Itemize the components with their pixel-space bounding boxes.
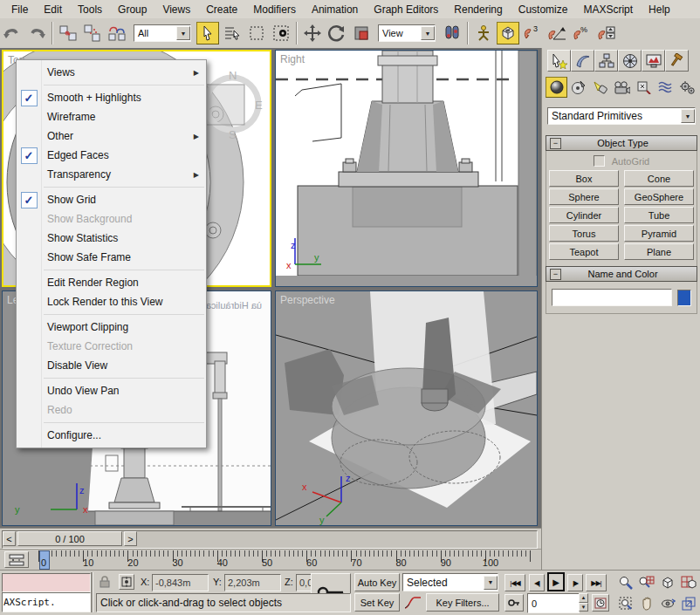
category-cameras-button[interactable] <box>611 77 633 98</box>
menu-create[interactable]: Create <box>198 2 245 17</box>
current-frame-field[interactable]: 0 <box>527 593 580 613</box>
collapse-icon[interactable]: − <box>550 269 561 280</box>
autogrid-checkbox[interactable] <box>594 155 605 167</box>
menu-graph-editors[interactable]: Graph Editors <box>366 2 446 17</box>
menu-edit[interactable]: Edit <box>36 2 70 17</box>
pan-view-button[interactable] <box>637 594 656 613</box>
reference-coordinate-dropdown[interactable]: View ▼ <box>378 24 436 42</box>
object-color-swatch[interactable] <box>677 290 691 306</box>
selection-filter-dropdown[interactable]: All ▼ <box>134 24 191 42</box>
object-name-input[interactable] <box>552 289 672 306</box>
context-menu-item-smooth-highlights[interactable]: ✓Smooth + Highlights <box>17 88 206 107</box>
dropdown-arrow-icon[interactable]: ▼ <box>421 26 435 40</box>
collapse-icon[interactable]: − <box>550 138 561 149</box>
create-sphere-button[interactable]: Sphere <box>549 188 619 205</box>
tab-hierarchy[interactable] <box>594 50 618 72</box>
context-menu-item-edit-render-region[interactable]: Edit Render Region <box>17 273 206 292</box>
default-in-out-tangents-button[interactable] <box>402 594 423 612</box>
menu-help[interactable]: Help <box>641 2 678 17</box>
time-slider-handle[interactable]: 0 / 100 <box>17 531 122 546</box>
maxscript-macro-recorder-line[interactable] <box>2 573 91 592</box>
x-coord-field[interactable]: -0,843m <box>152 574 209 591</box>
redo-button[interactable] <box>25 22 48 44</box>
play-button[interactable]: ▶ <box>547 572 565 591</box>
create-tube-button[interactable]: Tube <box>624 207 694 223</box>
track-bar[interactable]: 0102030405060708090100 <box>0 549 541 571</box>
menu-customize[interactable]: Customize <box>511 2 576 17</box>
context-menu-item-transparency[interactable]: Transparency▶ <box>17 165 206 184</box>
context-menu-item-viewport-clipping[interactable]: Viewport Clipping <box>17 318 206 337</box>
create-geosphere-button[interactable]: GeoSphere <box>624 188 694 205</box>
category-geometry-button[interactable] <box>546 77 567 98</box>
object-type-rollout-header[interactable]: − Object Type <box>546 135 697 151</box>
spinner-up-icon[interactable]: ▲ <box>579 593 588 603</box>
percent-snap-toggle-button[interactable]: % <box>570 22 593 44</box>
create-pyramid-button[interactable]: Pyramid <box>624 225 694 242</box>
create-plane-button[interactable]: Plane <box>624 243 694 260</box>
selection-set-dropdown[interactable]: Selected ▼ <box>402 573 498 591</box>
create-cylinder-button[interactable]: Cylinder <box>549 207 619 223</box>
zoom-button[interactable] <box>616 573 635 592</box>
category-lights-button[interactable] <box>589 77 611 98</box>
zoom-extents-button[interactable] <box>658 573 677 592</box>
context-menu-item-wireframe[interactable]: Wireframe <box>17 107 206 126</box>
open-mini-curve-editor-button[interactable] <box>4 551 29 568</box>
select-object-button[interactable] <box>196 22 219 44</box>
tab-modify[interactable] <box>571 50 594 72</box>
menu-modifiers[interactable]: Modifiers <box>245 2 304 17</box>
category-space-warps-button[interactable] <box>655 77 676 98</box>
context-menu-item-lock-render-to-this-view[interactable]: Lock Render to this View <box>17 292 206 311</box>
menu-maxscript[interactable]: MAXScript <box>575 2 641 17</box>
rectangular-selection-region-button[interactable] <box>245 22 268 44</box>
dropdown-arrow-icon[interactable]: ▼ <box>176 26 190 40</box>
time-slider-next-button[interactable]: > <box>124 531 137 546</box>
select-by-name-button[interactable] <box>221 22 244 44</box>
statusbar-splitter[interactable] <box>91 572 93 612</box>
viewport-right[interactable]: Right <box>275 50 538 287</box>
time-slider-prev-button[interactable]: < <box>3 531 16 546</box>
tab-create[interactable] <box>547 50 571 72</box>
menu-tools[interactable]: Tools <box>70 2 110 17</box>
context-menu-item-configure-[interactable]: Configure... <box>17 426 206 445</box>
context-menu-item-edged-faces[interactable]: ✓Edged Faces <box>17 146 206 165</box>
create-cone-button[interactable]: Cone <box>624 170 694 187</box>
menu-views[interactable]: Views <box>154 2 198 17</box>
auto-key-button[interactable]: Auto Key <box>354 573 400 591</box>
create-torus-button[interactable]: Torus <box>549 225 619 242</box>
zoom-all-button[interactable] <box>637 573 656 592</box>
use-pivot-point-center-button[interactable] <box>441 22 463 44</box>
context-menu-item-undo-view-pan[interactable]: Undo View Pan <box>17 381 206 400</box>
spinner-down-icon[interactable]: ▼ <box>579 603 588 612</box>
menu-rendering[interactable]: Rendering <box>446 2 510 17</box>
zoom-extents-all-button[interactable] <box>679 573 698 592</box>
time-configuration-button[interactable] <box>592 594 609 612</box>
spinner-snap-toggle-button[interactable] <box>594 22 617 44</box>
previous-frame-button[interactable]: ◀| <box>529 574 545 591</box>
context-menu-item-disable-view[interactable]: Disable View <box>17 356 206 375</box>
select-and-link-button[interactable] <box>57 22 79 44</box>
maxscript-mini-listener[interactable]: AXScript. <box>2 592 91 612</box>
context-menu-item-show-statistics[interactable]: Show Statistics <box>17 229 206 248</box>
create-box-button[interactable]: Box <box>549 170 619 187</box>
set-key-button[interactable]: Set Key <box>354 593 400 612</box>
select-and-manipulate-button[interactable] <box>472 22 495 44</box>
context-menu-item-show-grid[interactable]: ✓Show Grid <box>17 190 206 209</box>
context-menu-item-other[interactable]: Other▶ <box>17 126 206 146</box>
viewport-perspective[interactable]: Perspective <box>275 290 538 526</box>
name-color-rollout-header[interactable]: − Name and Color <box>546 266 697 282</box>
maximize-viewport-toggle-button[interactable] <box>679 594 698 613</box>
angle-snap-toggle-button[interactable] <box>546 22 568 44</box>
key-filters-button[interactable]: Key Filters... <box>426 593 499 612</box>
snaps-toggle-3d-button[interactable]: 3 <box>521 22 544 44</box>
go-to-start-button[interactable]: |◀◀ <box>504 574 525 591</box>
unlink-selection-button[interactable] <box>81 22 104 44</box>
menu-group[interactable]: Group <box>110 2 154 17</box>
menu-file[interactable]: File <box>3 2 36 17</box>
go-to-end-button[interactable]: ▶▶| <box>586 574 607 591</box>
dropdown-arrow-icon[interactable]: ▼ <box>681 109 695 123</box>
zoom-region-button[interactable] <box>616 594 635 613</box>
window-crossing-toggle-button[interactable] <box>270 22 292 44</box>
orbit-arc-rotate-button[interactable] <box>658 594 677 613</box>
absolute-offset-mode-toggle[interactable] <box>119 574 134 590</box>
tab-motion[interactable] <box>618 50 642 72</box>
